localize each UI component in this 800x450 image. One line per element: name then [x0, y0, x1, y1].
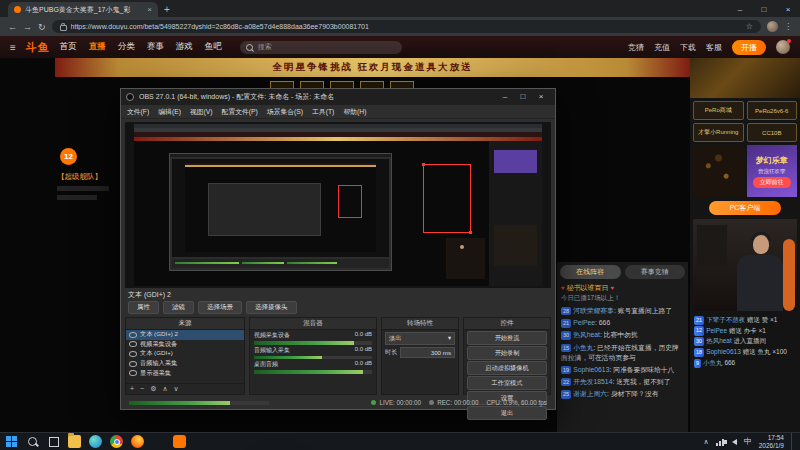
source-selection-box[interactable]: [423, 164, 471, 233]
source-row[interactable]: 文本 (GDI+): [126, 349, 244, 359]
source-tool-icon[interactable]: ∨: [174, 385, 179, 393]
chat-tab[interactable]: 在线阵容: [560, 265, 621, 279]
gift-username[interactable]: Sophie0613: [706, 348, 741, 355]
user-avatar[interactable]: [776, 40, 790, 54]
search-input[interactable]: 搜索: [240, 41, 402, 54]
nav-item[interactable]: 鱼吧: [205, 41, 222, 53]
source-tool-icon[interactable]: −: [140, 385, 144, 393]
tab-close-icon[interactable]: ×: [147, 5, 152, 14]
taskbar-app-icon[interactable]: [110, 435, 123, 448]
chat-username[interactable]: 开先发18514: [573, 378, 612, 385]
duration-input[interactable]: 300 ms: [400, 347, 455, 358]
obs-control-button[interactable]: 启动虚拟摄像机: [467, 361, 547, 375]
taskbar-app-icon[interactable]: [47, 435, 60, 448]
header-action-link[interactable]: 客服: [706, 42, 722, 53]
hamburger-icon[interactable]: ≡: [10, 42, 16, 53]
header-action-link[interactable]: 下载: [680, 42, 696, 53]
transition-select[interactable]: 淡出 ▾: [385, 332, 455, 345]
obs-toolbar-button[interactable]: 滤镜: [163, 301, 194, 314]
chat-username[interactable]: 小鱼丸: [573, 344, 593, 351]
chat-username[interactable]: PeiPee: [573, 319, 595, 326]
obs-close-icon[interactable]: ×: [532, 89, 550, 105]
obs-menu-item[interactable]: 配置文件(P): [222, 107, 258, 117]
obs-titlebar[interactable]: OBS 27.0.1 (64-bit, windows) - 配置文件: 未命名…: [121, 89, 555, 105]
taskbar-clock[interactable]: 17:54 2026/1/9: [759, 434, 784, 449]
maximize-icon[interactable]: □: [752, 2, 776, 17]
source-tool-icon[interactable]: ⚙: [150, 385, 156, 393]
team-card[interactable]: PeRo商城: [693, 101, 744, 120]
nav-item[interactable]: 赛事: [147, 41, 164, 53]
obs-minimize-icon[interactable]: –: [496, 89, 514, 105]
input-method-indicator[interactable]: 中: [744, 436, 752, 447]
minimize-icon[interactable]: –: [728, 2, 752, 17]
volume-icon[interactable]: [732, 439, 737, 445]
url-input[interactable]: https://www.douyu.com/beta/54985227dyshi…: [52, 20, 761, 33]
taskbar-app-icon[interactable]: [68, 435, 81, 448]
ad-button[interactable]: 立即前往: [753, 177, 791, 188]
new-tab-button[interactable]: +: [164, 2, 170, 17]
team-card[interactable]: 才擎小Running: [693, 123, 744, 142]
gift-username[interactable]: 热风heat: [706, 337, 732, 344]
ad-card[interactable]: 梦幻乐章 音浪狂欢季 立即前往: [747, 145, 798, 197]
gift-username[interactable]: 小鱼丸: [703, 359, 723, 366]
obs-toolbar-button[interactable]: 选择摄像头: [246, 301, 297, 314]
douyu-logo[interactable]: 斗鱼: [26, 40, 50, 55]
chat-username[interactable]: 河联荣耀赛事: [573, 307, 614, 314]
taskbar-app-icon[interactable]: [131, 435, 144, 448]
club-label[interactable]: 【超级舰队】: [57, 172, 102, 182]
source-row[interactable]: 视频采集设备: [126, 340, 244, 350]
taskbar-app-icon[interactable]: [89, 435, 102, 448]
obs-menu-item[interactable]: 文件(F): [127, 107, 149, 117]
team-card[interactable]: PeRo26v6-6: [747, 101, 798, 120]
back-icon[interactable]: ←: [8, 22, 17, 32]
obs-toolbar-button[interactable]: 属性: [128, 301, 159, 314]
game-thumbnail[interactable]: [693, 145, 744, 197]
volume-meter[interactable]: [254, 370, 372, 374]
browser-menu-icon[interactable]: ⋮: [784, 22, 792, 31]
source-row[interactable]: 音频输入采集: [126, 359, 244, 369]
team-card[interactable]: CC10B: [747, 123, 798, 142]
browser-profile-avatar[interactable]: [767, 21, 778, 32]
gift-username[interactable]: 下辈子不熬夜: [706, 316, 745, 323]
obs-menu-item[interactable]: 场景集合(S): [267, 107, 303, 117]
visibility-eye-icon[interactable]: [129, 351, 137, 357]
obs-menu-item[interactable]: 工具(T): [312, 107, 334, 117]
source-tool-icon[interactable]: +: [130, 385, 134, 393]
header-action-link[interactable]: 充值: [654, 42, 670, 53]
obs-control-button[interactable]: 开始推流: [467, 331, 547, 345]
taskbar-app-icon[interactable]: [5, 435, 18, 448]
obs-control-button[interactable]: 开始录制: [467, 346, 547, 360]
nav-item[interactable]: 游戏: [176, 41, 193, 53]
nav-item[interactable]: 直播: [89, 41, 106, 53]
taskbar-app-icon[interactable]: [26, 435, 39, 448]
chat-username[interactable]: Sophie0613: [573, 366, 609, 373]
refresh-icon[interactable]: ↻: [38, 22, 46, 32]
source-tool-icon[interactable]: ∧: [162, 385, 167, 393]
source-row[interactable]: 显示器采集: [126, 368, 244, 378]
bookmark-icon[interactable]: ☆: [746, 22, 753, 31]
go-live-button[interactable]: 开播: [732, 40, 766, 55]
source-row[interactable]: 文本 (GDI+) 2: [126, 330, 244, 340]
chat-tab[interactable]: 赛事竞猜: [625, 265, 686, 279]
visibility-eye-icon[interactable]: [129, 332, 137, 338]
chat-username[interactable]: 谢谢上周六: [573, 390, 607, 397]
obs-maximize-icon[interactable]: □: [514, 89, 532, 105]
obs-menu-item[interactable]: 帮助(H): [343, 107, 366, 117]
obs-preview[interactable]: [125, 122, 551, 288]
tray-expand-icon[interactable]: ∧: [704, 438, 709, 446]
nav-item[interactable]: 分类: [118, 41, 135, 53]
show-desktop-button[interactable]: [791, 433, 795, 450]
obs-menu-item[interactable]: 编辑(E): [158, 107, 181, 117]
nav-item[interactable]: 首页: [60, 41, 77, 53]
taskbar-app-icon[interactable]: [173, 435, 186, 448]
browser-tab[interactable]: 斗鱼PUBG黄金大奖赛_17小鬼_彩 ×: [8, 2, 158, 17]
header-action-link[interactable]: 竞猜: [628, 42, 644, 53]
gift-username[interactable]: PeiPee: [706, 327, 727, 334]
obs-toolbar-button[interactable]: 选择场景: [198, 301, 242, 314]
chat-username[interactable]: 热风heat: [573, 331, 600, 338]
visibility-eye-icon[interactable]: [129, 361, 137, 367]
obs-menu-item[interactable]: 视图(V): [190, 107, 213, 117]
visibility-eye-icon[interactable]: [129, 341, 137, 347]
visibility-eye-icon[interactable]: [129, 370, 137, 376]
pc-client-button[interactable]: PC客户端: [709, 201, 781, 215]
